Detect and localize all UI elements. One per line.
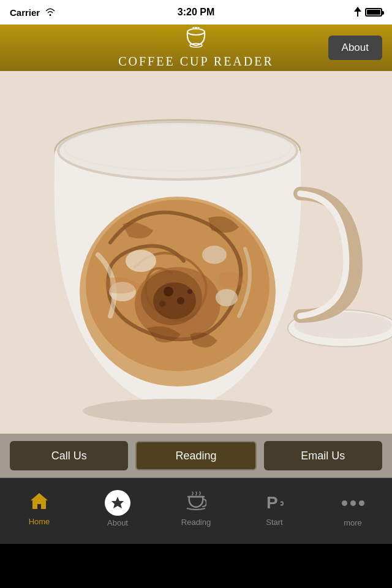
about-button[interactable]: About xyxy=(328,36,382,60)
home-icon xyxy=(29,492,49,514)
tab-bar: Home About Readi xyxy=(0,478,392,544)
svg-point-13 xyxy=(202,246,227,264)
location-icon xyxy=(354,7,361,18)
tab-home[interactable]: Home xyxy=(0,478,78,544)
tab-home-label: Home xyxy=(29,517,50,526)
tab-more-label: more xyxy=(344,518,362,527)
svg-point-19 xyxy=(164,287,173,296)
action-buttons-bar: Call Us Reading Email Us xyxy=(0,434,392,478)
tab-about-label: About xyxy=(107,518,128,527)
email-us-button[interactable]: Email Us xyxy=(264,441,382,470)
coffee-cup-image xyxy=(0,71,392,478)
status-bar: Carrier 3:20 PM xyxy=(0,0,392,24)
tab-start[interactable]: P Start xyxy=(235,478,314,544)
svg-point-21 xyxy=(159,301,165,307)
reading-cup-icon xyxy=(186,491,206,515)
start-p-icon: P xyxy=(265,491,284,515)
tab-start-label: Start xyxy=(266,518,282,527)
call-us-button[interactable]: Call Us xyxy=(10,441,128,470)
cup-logo-icon xyxy=(184,27,208,53)
carrier-label: Carrier xyxy=(10,7,40,18)
status-time: 3:20 PM xyxy=(178,7,214,18)
app-title: COFFEE CUP READER xyxy=(118,55,274,69)
status-right xyxy=(354,7,382,18)
svg-marker-24 xyxy=(111,497,124,508)
svg-point-11 xyxy=(153,282,196,319)
tab-reading-label: Reading xyxy=(181,518,211,527)
about-circle-icon xyxy=(105,490,130,516)
svg-point-15 xyxy=(216,289,238,306)
wifi-icon xyxy=(45,7,56,18)
svg-point-18 xyxy=(83,399,273,423)
reading-button[interactable]: Reading xyxy=(135,441,256,470)
main-image-area: Call Us Reading Email Us xyxy=(0,71,392,478)
app-logo: COFFEE CUP READER xyxy=(118,27,274,69)
status-left: Carrier xyxy=(10,7,56,18)
more-dots-icon xyxy=(342,490,364,516)
svg-point-20 xyxy=(177,297,184,304)
tab-more[interactable]: more xyxy=(314,478,392,544)
tab-reading[interactable]: Reading xyxy=(157,478,235,544)
svg-point-0 xyxy=(187,29,205,35)
battery-icon xyxy=(365,8,382,17)
app-header: COFFEE CUP READER About xyxy=(0,24,392,71)
tab-about[interactable]: About xyxy=(78,478,157,544)
svg-point-22 xyxy=(187,289,192,294)
svg-point-12 xyxy=(126,250,156,272)
svg-text:P: P xyxy=(266,493,278,511)
